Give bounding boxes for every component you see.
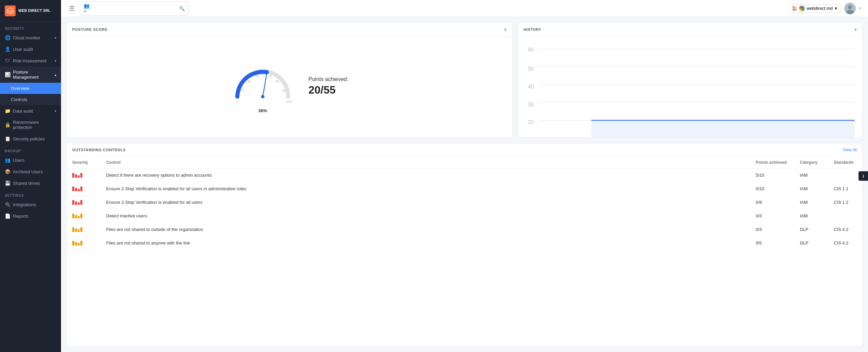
bar-4: [80, 214, 82, 218]
severity-cell: [67, 209, 101, 223]
points-cell: 0/3: [750, 223, 794, 236]
cloud-icon: 🌐: [5, 35, 10, 40]
plug-icon: 🔌: [5, 202, 10, 207]
bar-4: [80, 200, 82, 205]
points-cell: 0/5: [750, 236, 794, 250]
user-icon: 👤: [5, 46, 10, 52]
col-category: Category: [794, 157, 828, 169]
points-value: 20/55: [309, 84, 348, 96]
sidebar-item-archived-users[interactable]: 📦 Archived Users: [0, 166, 61, 177]
bar-1: [72, 173, 74, 178]
gauge-chart: 0 20 40 50 60 70 80 90 100: [231, 59, 295, 107]
svg-text:0: 0: [236, 100, 237, 103]
sidebar-item-controls[interactable]: Controls: [0, 94, 61, 105]
domain-text: webdirect.md: [807, 6, 833, 11]
severity-bars: [72, 241, 95, 246]
sidebar-item-shared-drives[interactable]: 💾 Shared drives: [0, 177, 61, 189]
sidebar-item-users[interactable]: 👥 Users: [0, 154, 61, 166]
sidebar-item-data-audit[interactable]: 📁 Data audit ▾: [0, 105, 61, 117]
category-cell: DLP: [794, 236, 828, 250]
archive-icon: 📦: [5, 169, 10, 174]
svg-text:50: 50: [528, 66, 534, 72]
svg-point-3: [848, 5, 852, 9]
sidebar-item-posture-management[interactable]: 📊 Posture Management ▴: [0, 66, 61, 83]
company-name: WEB DIRECT SRL: [18, 8, 51, 13]
bar-3: [78, 202, 80, 205]
bar-1: [72, 200, 74, 205]
severity-bars: [72, 200, 95, 205]
chevron-down-icon: ▾: [55, 109, 56, 113]
svg-text:90: 90: [282, 89, 285, 92]
table-row: Detect if there are recovery options to …: [67, 169, 862, 182]
category-cell: IAM: [794, 196, 828, 209]
gauge-percentage: 36%: [258, 108, 267, 113]
severity-cell: [67, 223, 101, 236]
control-cell: Detect inactive users: [101, 209, 750, 223]
severity-cell: [67, 182, 101, 196]
col-control: Control: [101, 157, 750, 169]
domain-selector[interactable]: 🏠 webdirect.md ▾: [788, 4, 841, 13]
outstanding-controls-card: OUTSTANDING CONTROLS View All Severity C…: [66, 143, 863, 347]
users-icon: 👥: [5, 157, 10, 163]
col-points: Points achieved: [750, 157, 794, 169]
standards-cell: CIS 1.1: [828, 182, 862, 196]
control-cell: Ensure 2-Step Verification is enabled fo…: [101, 196, 750, 209]
sidebar-item-overview[interactable]: Overview: [0, 83, 61, 94]
severity-bars: [72, 227, 95, 232]
controls-table: Severity Control Points achieved Categor…: [67, 157, 862, 250]
standards-cell: CIS 1.2: [828, 196, 862, 209]
posture-score-title: POSTURE SCORE: [72, 27, 107, 32]
history-body: 60 50 40 30 20 10 0: [518, 37, 862, 136]
bar-2: [75, 229, 77, 232]
bar-3: [78, 230, 80, 232]
history-header: HISTORY ▾: [518, 23, 862, 37]
svg-text:100: 100: [286, 100, 291, 103]
info-fab[interactable]: i: [859, 171, 868, 181]
standards-cell: [828, 209, 862, 223]
svg-marker-31: [591, 120, 855, 138]
sidebar-item-reports[interactable]: 📄 Reports: [0, 210, 61, 222]
bar-2: [75, 188, 77, 191]
sidebar-item-integrations[interactable]: 🔌 Integrations: [0, 199, 61, 210]
topbar: ☰ 👥 ▾ 🔍 🏠 webdirect.md ▾ ▾: [61, 0, 868, 17]
view-all-link[interactable]: View All: [843, 148, 857, 152]
main-content: ☰ 👥 ▾ 🔍 🏠 webdirect.md ▾ ▾: [61, 0, 868, 352]
sidebar-item-ransomware-protection[interactable]: 🔒 Ransomware protection: [0, 117, 61, 133]
bar-1: [72, 227, 74, 232]
outstanding-controls-title: OUTSTANDING CONTROLS: [72, 148, 126, 152]
avatar[interactable]: [844, 3, 856, 14]
controls-header: OUTSTANDING CONTROLS View All: [67, 143, 862, 157]
control-cell: Files are not shared to anyone with the …: [101, 236, 750, 250]
lock-icon: 🔒: [5, 122, 10, 128]
severity-bars: [72, 214, 95, 218]
col-severity: Severity: [67, 157, 101, 169]
category-cell: IAM: [794, 169, 828, 182]
table-row: Ensure 2-Step Verification is enabled fo…: [67, 196, 862, 209]
sidebar-item-user-audit[interactable]: 👤 User audit: [0, 43, 61, 55]
points-section: Points achieved: 20/55: [309, 76, 348, 96]
table-row: Ensure 2-Step Verification is enabled fo…: [67, 182, 862, 196]
sidebar-item-cloud-monitor[interactable]: 🌐 Cloud monitor ▾: [0, 32, 61, 43]
menu-button[interactable]: ☰: [68, 3, 76, 14]
standards-cell: [828, 169, 862, 182]
posture-score-card: POSTURE SCORE ▾: [66, 22, 512, 138]
svg-line-14: [263, 73, 267, 97]
svg-text:20: 20: [528, 119, 534, 125]
col-standards: Standards: [828, 157, 862, 169]
svg-text:40: 40: [528, 84, 534, 90]
svg-text:10: 10: [528, 137, 534, 138]
gauge-container: 0 20 40 50 60 70 80 90 100: [231, 59, 295, 113]
severity-bars: [72, 187, 95, 191]
chart-icon: 📊: [5, 72, 10, 77]
posture-body: 0 20 40 50 60 70 80 90 100: [67, 37, 512, 136]
history-chevron-icon[interactable]: ▾: [854, 27, 857, 32]
severity-cell: [67, 236, 101, 250]
sidebar-item-security-policies[interactable]: 📋 Security policies: [0, 133, 61, 144]
svg-text:WD: WD: [8, 10, 13, 13]
sidebar-item-risk-assessment[interactable]: 🛡 Risk Assessment ▾: [0, 55, 61, 66]
search-input[interactable]: [94, 6, 177, 11]
section-settings: SETTINGS: [0, 189, 61, 199]
sidebar-logo: WD WEB DIRECT SRL: [0, 0, 61, 22]
posture-score-chevron-icon[interactable]: ▾: [504, 27, 507, 32]
home-icon: 🏠: [792, 6, 797, 11]
